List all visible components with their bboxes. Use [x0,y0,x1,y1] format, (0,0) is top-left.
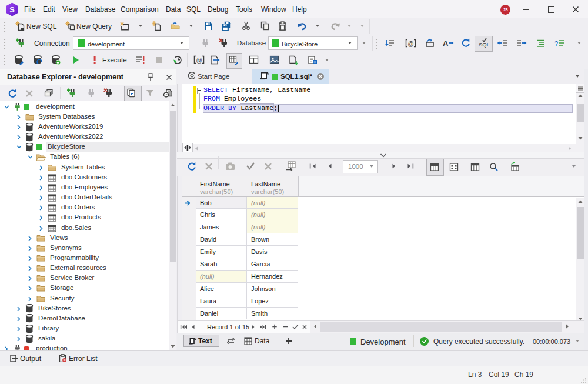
svg-text:@: @ [196,57,202,64]
svg-text:?: ? [554,40,558,47]
svg-text:@: @ [407,41,413,47]
svg-text:A: A [443,39,449,48]
